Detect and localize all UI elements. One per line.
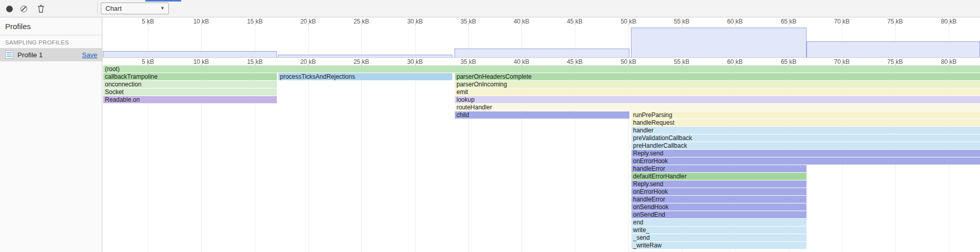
view-mode-select[interactable]: Chart ▼ bbox=[101, 3, 169, 14]
flame-frame[interactable]: Reply.send bbox=[631, 150, 980, 157]
gridline bbox=[308, 65, 309, 252]
flame-frame[interactable]: write_ bbox=[631, 226, 807, 234]
flame-frame[interactable]: Readable.on bbox=[103, 96, 277, 103]
flame-frame[interactable]: onconnection bbox=[103, 81, 277, 88]
overview-region bbox=[807, 41, 980, 57]
gridline bbox=[361, 65, 362, 252]
flame-frame[interactable]: Reply.send bbox=[631, 180, 807, 188]
flame-frame[interactable]: end bbox=[631, 219, 807, 226]
flame-frame[interactable]: onSendHook bbox=[631, 203, 807, 211]
profile-item[interactable]: Profile 1 Save bbox=[0, 48, 102, 61]
flame-frame[interactable]: parserOnHeadersComplete bbox=[454, 73, 980, 80]
sampling-profiles-header: SAMPLING PROFILES bbox=[0, 35, 102, 48]
overview-region bbox=[103, 51, 277, 57]
clear-button[interactable] bbox=[19, 5, 28, 13]
flame-frame[interactable]: child bbox=[454, 111, 629, 119]
record-button[interactable] bbox=[5, 5, 13, 13]
profiler-toolbar: Chart ▼ bbox=[0, 0, 980, 17]
flame-frame[interactable]: _send bbox=[631, 234, 807, 241]
flame-frame[interactable]: handleError bbox=[631, 196, 807, 203]
flame-frame[interactable]: handleRequest bbox=[631, 119, 980, 126]
devtools-memory-panel: { "toolbar": { "select_label": "Chart" }… bbox=[0, 0, 980, 252]
gridline bbox=[415, 65, 416, 252]
flame-frame[interactable]: _writeRaw bbox=[631, 242, 807, 249]
trash-icon bbox=[37, 5, 45, 13]
flame-frame[interactable]: callbackTrampoline bbox=[103, 73, 277, 80]
flame-frame[interactable]: preHandlerCallback bbox=[631, 142, 980, 149]
flame-frame[interactable]: routeHandler bbox=[454, 104, 980, 111]
flame-frame[interactable]: processTicksAndRejections bbox=[278, 73, 452, 80]
record-icon bbox=[6, 6, 13, 12]
chevron-down-icon: ▼ bbox=[160, 3, 165, 14]
save-profile-link[interactable]: Save bbox=[82, 51, 97, 59]
clear-icon bbox=[20, 6, 27, 12]
flame-frame[interactable]: handleError bbox=[631, 165, 807, 172]
gridline bbox=[361, 25, 362, 57]
flame-frame[interactable]: onErrorHook bbox=[631, 157, 980, 165]
profiles-sidebar: Profiles SAMPLING PROFILES Profile 1 Sav… bbox=[0, 17, 102, 252]
overview-region bbox=[631, 28, 807, 57]
flame-frame[interactable]: onErrorHook bbox=[631, 188, 807, 195]
gridline bbox=[415, 25, 416, 57]
view-mode-selected-value: Chart bbox=[105, 5, 122, 12]
gridline bbox=[308, 25, 309, 57]
flame-frame[interactable]: lookup bbox=[454, 96, 980, 103]
toolbar-separator bbox=[97, 2, 98, 15]
flame-chart[interactable]: (root)callbackTrampolineprocessTicksAndR… bbox=[102, 65, 980, 252]
overview-pane[interactable] bbox=[102, 25, 980, 58]
flame-frame[interactable]: runPreParsing bbox=[631, 111, 980, 119]
flame-frame[interactable]: preValidationCallback bbox=[631, 134, 980, 142]
flame-chart-panel: 5 kB10 kB15 kB20 kB25 kB30 kB35 kB40 kB4… bbox=[102, 17, 980, 252]
overview-region bbox=[454, 49, 629, 57]
flame-frame[interactable]: Socket bbox=[103, 88, 277, 96]
flame-frame[interactable]: handler bbox=[631, 127, 980, 134]
active-tab-indicator bbox=[145, 0, 181, 2]
flame-frame[interactable]: emit bbox=[454, 88, 980, 96]
delete-profile-button[interactable] bbox=[37, 5, 45, 13]
flame-frame[interactable]: defaultErrorHandler bbox=[631, 173, 807, 180]
ruler-top: 5 kB10 kB15 kB20 kB25 kB30 kB35 kB40 kB4… bbox=[102, 17, 980, 25]
profiles-panel-title: Profiles bbox=[0, 17, 102, 35]
flame-frame[interactable]: parserOnIncoming bbox=[454, 81, 980, 88]
profile-name: Profile 1 bbox=[17, 51, 78, 59]
flame-frame[interactable]: (root) bbox=[103, 65, 980, 73]
overview-region bbox=[278, 55, 452, 57]
flame-frame[interactable]: onSendEnd bbox=[631, 211, 807, 218]
ruler-bottom: 5 kB10 kB15 kB20 kB25 kB30 kB35 kB40 kB4… bbox=[102, 58, 980, 65]
profile-icon bbox=[5, 50, 14, 59]
